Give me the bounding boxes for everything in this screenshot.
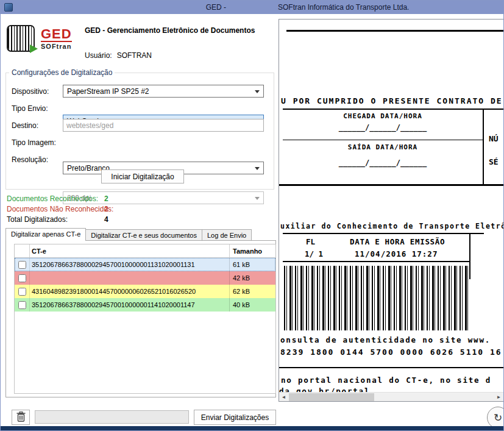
page-title: GED - Gerenciamento Eletrônico de Docume… xyxy=(85,26,255,35)
chevron-right-icon[interactable]: ► xyxy=(494,393,503,402)
rotate-icon: ↻ xyxy=(494,411,502,424)
doc-line xyxy=(469,233,470,279)
preview-chegada-label: CHEGADA DATA/HORA xyxy=(283,112,483,120)
unrecognized-label: Documentos Não Reconhecidos: xyxy=(7,205,113,213)
hscrollbar-thumb[interactable] xyxy=(289,393,374,401)
preview-saida-label: SAÍDA DATA/HORA xyxy=(283,143,483,151)
preview-saida-blank: ______/______/______ xyxy=(283,159,483,167)
cte-number: 3512067866378800029457001000000114102000… xyxy=(29,298,229,312)
table-row[interactable]: 42 kB xyxy=(15,271,275,285)
tab-log-envio[interactable]: Log de Envio xyxy=(202,229,252,241)
logo-subtext: SOFtran xyxy=(41,41,72,50)
preview-fl-value: 1/ 1 xyxy=(305,249,323,258)
doc-line xyxy=(286,30,503,32)
send-scans-button[interactable]: Enviar Digitalizações xyxy=(194,410,276,425)
window-title-left: GED - xyxy=(202,3,226,12)
preview-right-col-top: NÚ xyxy=(489,134,499,143)
row-checkbox[interactable] xyxy=(18,301,26,309)
titlebar[interactable]: GED - SOFtran Informática do Transporte … xyxy=(1,1,503,14)
doc-line xyxy=(283,140,483,140)
cte-barcode-image xyxy=(284,266,468,330)
doc-line xyxy=(283,233,484,234)
user-label: Usuário: xyxy=(85,51,112,60)
document-preview[interactable]: U POR CUMPRIDO O PRESENTE CONTRATO DE CH… xyxy=(279,19,504,402)
tab-digitalizar-cte-docs[interactable]: Digitalizar CT-e e seus documentos xyxy=(85,229,202,241)
barcode-icon xyxy=(7,25,35,52)
window-bottom-border xyxy=(1,426,503,430)
grid-header: CT-e Tamanho xyxy=(15,244,275,258)
cte-size: 40 kB xyxy=(229,298,274,312)
chevron-down-icon xyxy=(255,90,260,93)
table-row[interactable]: 3512067866378800029457001000000114102000… xyxy=(15,298,275,312)
preview-hscrollbar[interactable]: ◄ ► xyxy=(279,392,503,401)
preview-access-key: 8239 1800 0144 5700 0000 6026 5110 16 xyxy=(280,347,502,357)
ged-logo: GED SOFtran xyxy=(7,25,72,52)
cte-grid: CT-e Tamanho 351206786637880002945700100… xyxy=(14,244,276,394)
row-checkbox[interactable] xyxy=(18,288,26,296)
config-group-title: Configurações de Digitalização xyxy=(9,68,115,77)
col-header-size[interactable]: Tamanho xyxy=(229,244,274,257)
device-label: Dispositivo: xyxy=(12,87,62,96)
user-line: Usuário:SOFTRAN xyxy=(85,51,152,60)
recognized-count: 2 xyxy=(104,194,108,203)
user-value: SOFTRAN xyxy=(117,51,152,60)
device-value: PaperStream IP SP25 #2 xyxy=(67,87,149,96)
chevron-left-icon[interactable]: ◄ xyxy=(279,393,288,402)
app-icon xyxy=(4,3,13,12)
unrecognized-count: 2 xyxy=(104,205,108,213)
preview-portal-line1: no portal nacional do CT-e, no site d xyxy=(281,376,491,385)
device-select[interactable]: PaperStream IP SP25 #2 xyxy=(63,85,264,98)
tab-strip: Digitalizar apenas CT-e Digitalizar CT-e… xyxy=(5,228,251,241)
trash-icon xyxy=(16,411,26,424)
send-type-label: Tipo Envio: xyxy=(12,104,62,113)
destination-label: Destino: xyxy=(12,121,62,130)
preview-chegada-blank: ______/______/______ xyxy=(283,123,483,132)
preview-aux-line: uxiliar do Conhecimento de Transporte El… xyxy=(280,222,504,230)
doc-line xyxy=(483,109,484,185)
send-progressbar xyxy=(35,410,189,424)
delete-button[interactable] xyxy=(12,410,30,425)
doc-line xyxy=(283,261,469,262)
tab-digitalizar-cte[interactable]: Digitalizar apenas CT-e xyxy=(5,228,86,241)
cte-number: 3512067866378800029457001000000113102000… xyxy=(29,258,229,271)
logo-arrow-icon xyxy=(30,45,38,53)
col-header-cte[interactable]: CT-e xyxy=(29,244,229,257)
table-row[interactable]: 4316048982391800014457000000602652101602… xyxy=(15,285,275,298)
row-checkbox[interactable] xyxy=(18,274,26,282)
main-window: GED - SOFtran Informática do Transporte … xyxy=(0,0,504,431)
doc-line xyxy=(279,367,503,368)
window-title-right: SOFtran Informática do Transporte Ltda. xyxy=(278,3,409,12)
start-scan-button[interactable]: Iniciar Digitalização xyxy=(101,169,184,183)
chevron-down-icon xyxy=(255,197,260,200)
total-status: Total Digitalizados: 4 xyxy=(7,215,68,224)
image-type-label: Tipo Imagem: xyxy=(12,138,62,147)
total-count: 4 xyxy=(104,215,108,224)
resolution-label: Resolução: xyxy=(12,155,62,164)
chevron-down-icon xyxy=(255,167,260,170)
table-row[interactable]: 3512067866378800029457001000000113102000… xyxy=(15,258,275,271)
preview-emission-value: 11/04/2016 17:27 xyxy=(355,249,438,258)
preview-fl-label: FL xyxy=(306,237,315,246)
doc-line xyxy=(279,184,503,186)
recognized-label: Documentos Reconhecidos: xyxy=(7,194,98,203)
doc-line xyxy=(283,109,503,110)
cte-number xyxy=(29,271,229,285)
recognized-status: Documentos Reconhecidos: 2 xyxy=(7,194,98,203)
logo-text: GED xyxy=(41,27,72,41)
cte-size: 42 kB xyxy=(229,271,274,285)
cte-number: 4316048982391800014457000000602652101602… xyxy=(29,285,229,298)
cte-size: 61 kB xyxy=(229,258,274,271)
total-label: Total Digitalizados: xyxy=(7,215,68,224)
rotate-button[interactable]: ↻ xyxy=(487,407,504,429)
preview-emission-label: DATA E HORA EMISSÃO xyxy=(350,237,445,246)
cte-size: 62 kB xyxy=(229,285,274,298)
preview-contract-line: U POR CUMPRIDO O PRESENTE CONTRATO DE xyxy=(281,96,503,105)
row-checkbox[interactable] xyxy=(18,261,26,269)
unrecognized-status: Documentos Não Reconhecidos: 2 xyxy=(7,205,113,213)
preview-right-col-bottom: SÉ xyxy=(489,157,499,166)
destination-input[interactable] xyxy=(63,119,264,132)
preview-consulta-line: onsulta de autenticidade no site www. xyxy=(280,335,491,344)
